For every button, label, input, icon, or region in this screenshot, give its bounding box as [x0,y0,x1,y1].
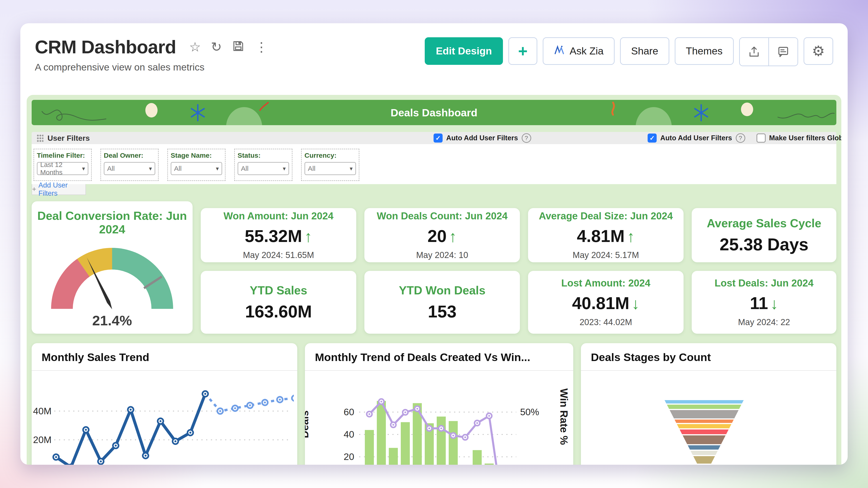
app-header: CRM Dashboard ☆ ↻ ⋮ A comprehensive view… [20,23,848,95]
chart-title: Deals Stages by Count [581,343,836,370]
ytd-won-deals-card: YTD Won Deals 153 [364,271,520,334]
svg-text:60: 60 [344,407,354,417]
select-value: All [107,165,115,172]
header-icon-button-group [739,37,798,66]
chevron-down-icon: ▾ [149,165,152,172]
trend-up-icon: ↑ [304,228,312,246]
gauge-value: 21.4% [92,313,132,328]
won-amount-card: Won Amount: Jun 2024 55.32M↑ May 2024: 5… [201,208,356,262]
trend-up-icon: ↑ [449,228,457,246]
settings-button[interactable]: ⚙ [804,37,833,65]
page-title: CRM Dashboard [35,36,176,58]
favorite-star-icon[interactable]: ☆ [189,40,201,54]
kpi-subtitle: May 2024: 5.17M [572,250,639,260]
chevron-down-icon: ▾ [283,165,286,172]
filter-label: Currency: [305,152,356,159]
share-button[interactable]: Share [620,37,669,65]
help-icon[interactable]: ? [736,133,745,143]
chart-title: Monthly Sales Trend [32,343,297,370]
themes-button[interactable]: Themes [675,37,734,65]
comments-button[interactable] [768,38,798,66]
kpi-subtitle: 2023: 44.02M [580,318,632,327]
select-value: All [308,165,315,172]
user-filters-bar: User Filters ✓ Auto Add User Filters ? ✓… [32,132,836,144]
gauge-chart [51,248,173,309]
svg-text:50%: 50% [520,407,539,417]
right-axis-label: Win Rate % [558,388,570,445]
save-icon[interactable] [232,39,245,55]
deals-created-vs-win-card: Monthly Trend of Deals Created Vs Win...… [305,343,573,465]
filter-status: Status: All ▾ [234,149,292,181]
kpi-value: 153 [428,302,457,321]
kpi-value: 55.32M↑ [245,226,312,246]
export-button[interactable] [740,38,768,66]
ytd-sales-card: YTD Sales 163.60M [201,271,356,334]
kpi-value: 40.81M↓ [572,293,640,313]
deal-owner-select[interactable]: All ▾ [104,162,155,175]
auto-add-user-filters-center: ✓ Auto Add User Filters ? [434,133,531,143]
make-user-filters-global-checkbox[interactable] [756,133,766,142]
edit-design-button[interactable]: Edit Design [425,37,503,65]
toolbar: Edit Design + Ask Zia Share Themes [425,37,833,95]
kpi-title: Won Deals Count: Jun 2024 [377,210,508,222]
auto-add-user-filters-checkbox[interactable]: ✓ [434,133,442,142]
timeline-filter-select[interactable]: Last 12 Months ▾ [37,162,88,175]
filter-stage-name: Stage Name: All ▾ [167,149,225,181]
status-select[interactable]: All ▾ [238,162,289,175]
filter-label: Stage Name: [170,152,222,159]
trend-up-icon: ↑ [627,228,635,246]
kpi-value: 163.60M [245,302,312,321]
chart-title: Monthly Trend of Deals Created Vs Win... [305,343,573,370]
kpi-value: 11↓ [750,293,778,313]
dashboard-content: Deals Dashboard User Filters ✓ Auto Add … [27,95,841,465]
left-axis-label: Deals [305,411,311,438]
user-filters-title: User Filters [48,134,90,142]
ask-zia-label: Ask Zia [569,45,603,57]
filter-label: Deal Owner: [104,152,155,159]
lost-amount-card: Lost Amount: 2024 40.81M↓ 2023: 44.02M [528,271,684,334]
gauge-card-title: Deal Conversion Rate: Jun 2024 [32,209,193,236]
currency-select[interactable]: All ▾ [305,162,356,175]
stage-name-select[interactable]: All ▾ [170,162,222,175]
svg-text:40M: 40M [33,406,52,416]
auto-add-user-filters-checkbox-2[interactable]: ✓ [648,133,657,142]
auto-add-user-filters-right: ✓ Auto Add User Filters ? Make User filt… [648,133,841,143]
add-user-filters-button[interactable]: + Add User Filters [32,184,86,195]
title-block: CRM Dashboard ☆ ↻ ⋮ A comprehensive view… [35,36,268,95]
help-icon[interactable]: ? [522,133,531,143]
more-options-kebab-icon[interactable]: ⋮ [255,40,268,54]
make-user-filters-global-label: Make User filters Global [769,134,842,142]
average-deal-size-card: Average Deal Size: Jun 2024 4.81M↑ May 2… [528,208,684,262]
kpi-title: Won Amount: Jun 2024 [223,210,333,222]
gear-icon: ⚙ [812,43,825,59]
banner-title: Deals Dashboard [32,100,836,125]
deals-dashboard-banner: Deals Dashboard [32,100,836,125]
auto-add-user-filters-label-2: Auto Add User Filters [660,134,732,142]
kpi-value: 4.81M↑ [577,226,635,246]
chevron-down-icon: ▾ [82,165,85,172]
kpi-title: Average Deal Size: Jun 2024 [539,210,673,222]
filter-label: Timeline Filter: [37,152,88,159]
refresh-icon[interactable]: ↻ [211,40,222,54]
deals-created-vs-win-chart: 60402050% Deals Win Rate % [305,371,573,465]
add-widget-button[interactable]: + [508,37,537,65]
deals-stages-by-count-card: Deals Stages by Count [581,343,836,465]
kpi-title: Lost Deals: Jun 2024 [715,278,813,289]
kpi-subtitle: May 2024: 51.65M [243,250,314,260]
deal-conversion-gauge-card: Deal Conversion Rate: Jun 2024 21.4% [32,201,193,334]
svg-text:20: 20 [344,451,354,462]
zia-logo-icon [554,44,565,58]
ask-zia-button[interactable]: Ask Zia [543,37,615,65]
filters-panel: Timeline Filter: Last 12 Months ▾ Deal O… [32,144,836,184]
kpi-title: YTD Won Deals [399,284,485,297]
kpi-value: 20↑ [428,226,457,246]
chevron-down-icon: ▾ [350,165,352,172]
add-user-filters-label: Add User Filters [38,181,86,197]
filter-label: Status: [238,152,289,159]
trend-down-icon: ↓ [631,295,640,313]
monthly-sales-trend-card: Monthly Sales Trend 40M20M [32,343,297,465]
select-value: All [241,165,248,172]
kpi-grid: Deal Conversion Rate: Jun 2024 21.4% Won… [32,208,836,334]
dashboard-window: CRM Dashboard ☆ ↻ ⋮ A comprehensive view… [20,23,848,465]
drag-handle-icon[interactable] [37,134,43,142]
